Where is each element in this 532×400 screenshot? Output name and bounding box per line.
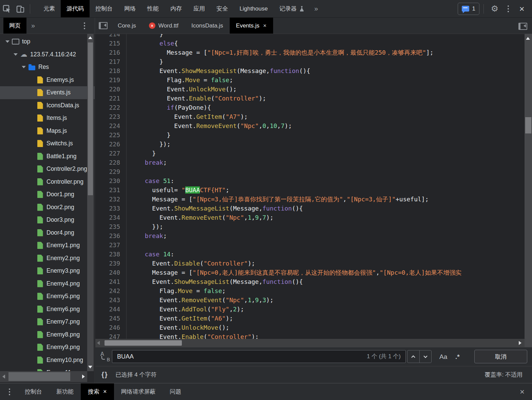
tab-Lighthouse[interactable]: Lighthouse (234, 0, 273, 17)
code-line[interactable]: 232 Message = ["[Npc=3,仙子]恭喜你找到了第一段芙拉隔,它… (95, 195, 525, 204)
code-line[interactable]: 222 if(PayDone){ (95, 103, 525, 112)
match-case-toggle[interactable]: Aa (439, 347, 447, 366)
collapse-sidebar-icon[interactable] (99, 22, 108, 29)
line-number[interactable]: 223 (95, 112, 126, 121)
tree-item-Enemy9.png[interactable]: Enemy9.png (0, 341, 95, 354)
code-line[interactable]: 235 }); (95, 222, 525, 231)
line-number[interactable]: 241 (95, 277, 126, 286)
code-line[interactable]: 218 Event.ShowMessageList(Message,functi… (95, 66, 525, 75)
code-line[interactable]: 234 Event.RemoveEvent("Npc",1,9,7); (95, 213, 525, 222)
line-number[interactable]: 218 (95, 66, 126, 75)
code-text[interactable]: Event.Disable("Controller"); (126, 259, 255, 268)
line-number[interactable]: 246 (95, 323, 126, 332)
previous-match-button[interactable] (407, 350, 419, 363)
line-number[interactable]: 245 (95, 314, 126, 323)
code-line[interactable]: 228 break; (95, 158, 525, 167)
tree-item-123.57.4.116:242[interactable]: ☁123.57.4.116:242 (0, 48, 95, 61)
code-line[interactable]: 241 Event.ShowMessageList(Message,functi… (95, 277, 525, 286)
cancel-button[interactable]: 取消 (474, 350, 527, 363)
line-number[interactable]: 234 (95, 213, 126, 222)
line-number[interactable]: 235 (95, 222, 126, 231)
code-text[interactable]: Event.GetItem("A6"); (126, 314, 233, 323)
code-text[interactable]: case 14: (126, 250, 174, 259)
line-number[interactable]: 244 (95, 305, 126, 314)
line-number[interactable]: 221 (95, 94, 126, 103)
tree-item-Events.js[interactable]: Events.js (0, 86, 95, 99)
settings-gear-icon[interactable]: ⚙ (488, 2, 501, 16)
tree-item-Enemy1.png[interactable]: Enemy1.png (0, 239, 95, 252)
next-match-button[interactable] (419, 350, 432, 363)
line-number[interactable]: 243 (95, 295, 126, 305)
tab-安全[interactable]: 安全 (211, 0, 234, 17)
line-number[interactable]: 229 (95, 167, 126, 176)
tree-item-Enemy7.png[interactable]: Enemy7.png (0, 315, 95, 328)
code-text[interactable] (126, 167, 137, 176)
code-line[interactable]: 224 Event.RemoveEvent("Npc",0,10,7); (95, 121, 525, 130)
code-text[interactable]: Event.RemoveEvent("Npc",0,10,7); (126, 121, 292, 130)
expand-arrow-icon[interactable] (14, 53, 18, 56)
code-text[interactable] (126, 240, 137, 250)
line-number[interactable]: 220 (95, 85, 126, 94)
editor-tab-Events.js[interactable]: Events.js× (230, 18, 273, 34)
code-line[interactable]: 245 Event.GetItem("A6"); (95, 314, 525, 323)
scrollbar-thumb[interactable] (88, 42, 93, 195)
scrollbar-thumb[interactable] (104, 340, 182, 346)
code-line[interactable]: 233 Event.ShowMessageList(Message,functi… (95, 204, 525, 213)
code-line[interactable]: 239 Event.Disable("Controller"); (95, 259, 525, 268)
code-line[interactable]: 229 (95, 167, 525, 176)
tree-item-Enemy2.png[interactable]: Enemy2.png (0, 252, 95, 265)
drawer-tab-网络请求屏蔽[interactable]: 网络请求屏蔽 (114, 383, 163, 400)
code-text[interactable]: Flag.Move = false; (126, 286, 226, 295)
line-number[interactable]: 217 (95, 57, 126, 66)
sidebar-vertical-scrollbar[interactable] (87, 34, 94, 371)
code-text[interactable]: Flag.Move = false; (126, 75, 233, 85)
expand-arrow-icon[interactable] (22, 66, 26, 68)
tab-应用[interactable]: 应用 (188, 0, 211, 17)
editor-horizontal-scrollbar[interactable] (95, 339, 525, 347)
editor-tab-Word.ttf[interactable]: ×Word.ttf (142, 18, 185, 34)
code-line[interactable]: 237 (95, 240, 525, 250)
tab-性能[interactable]: 性能 (141, 0, 165, 17)
code-line[interactable]: 240 Message = ["[Npc=0,老人]能来到这真是不容易呢，从这开… (95, 268, 525, 277)
code-text[interactable]: Event.UnlockMove(); (126, 85, 237, 94)
code-line[interactable]: 244 Event.AddTool("Fly",2); (95, 305, 525, 314)
scroll-up-icon[interactable] (88, 36, 92, 39)
editor-vertical-scrollbar[interactable] (525, 34, 532, 347)
code-text[interactable]: Event.GetItem("A7"); (126, 112, 248, 121)
drawer-tab-新功能[interactable]: 新功能 (49, 383, 81, 400)
line-number[interactable]: 215 (95, 39, 126, 48)
tree-item-Res[interactable]: Res (0, 61, 95, 74)
code-line[interactable]: 230 case 51: (95, 176, 525, 185)
line-number[interactable]: 240 (95, 268, 126, 277)
scroll-up-icon[interactable] (526, 37, 530, 40)
code-text[interactable]: Event.ShowMessageList(Message,function()… (126, 277, 303, 286)
tree-item-top[interactable]: top (0, 35, 95, 48)
code-text[interactable]: Event.ShowMessageList(Message,function()… (126, 66, 310, 75)
line-number[interactable]: 216 (95, 48, 126, 57)
more-options-icon[interactable] (501, 2, 515, 16)
tree-item-Controller.png[interactable]: Controller.png (0, 176, 95, 188)
inspect-element-icon[interactable] (0, 2, 14, 16)
tab-网络[interactable]: 网络 (118, 0, 141, 17)
code-text[interactable]: }); (126, 222, 163, 231)
find-input[interactable]: BUAA 1 个 (共 1 个) (112, 350, 406, 363)
drawer-tab-问题[interactable]: 问题 (163, 383, 189, 400)
more-panels-chevron[interactable]: » (310, 5, 322, 13)
close-devtools-icon[interactable]: × (515, 2, 529, 16)
code-text[interactable]: else{ (126, 39, 178, 48)
device-toolbar-icon[interactable] (14, 2, 27, 16)
scroll-right-icon[interactable] (82, 375, 85, 379)
code-line[interactable]: 246 Event.UnlockMove(); (95, 323, 525, 332)
code-line[interactable]: 227 } (95, 149, 525, 158)
code-text[interactable]: case 51: (126, 176, 174, 185)
code-editor[interactable]: 214 }215 else{216 Message = ["[Npc=1,奸商]… (95, 34, 525, 339)
tree-item-Items.js[interactable]: Items.js (0, 112, 95, 125)
code-text[interactable]: Message = ["[Npc=1,奸商]唉，勇士，我做的也是小本生意啊，最低… (126, 48, 433, 57)
line-number[interactable]: 239 (95, 259, 126, 268)
line-number[interactable]: 238 (95, 250, 126, 259)
scrollbar-thumb[interactable] (8, 372, 70, 381)
line-number[interactable]: 237 (95, 240, 126, 250)
code-line[interactable]: 226 }); (95, 140, 525, 149)
tab-元素[interactable]: 元素 (38, 0, 61, 17)
code-text[interactable]: Message = ["[Npc=3,仙子]恭喜你找到了第一段芙拉隔,它的值为"… (126, 195, 429, 204)
